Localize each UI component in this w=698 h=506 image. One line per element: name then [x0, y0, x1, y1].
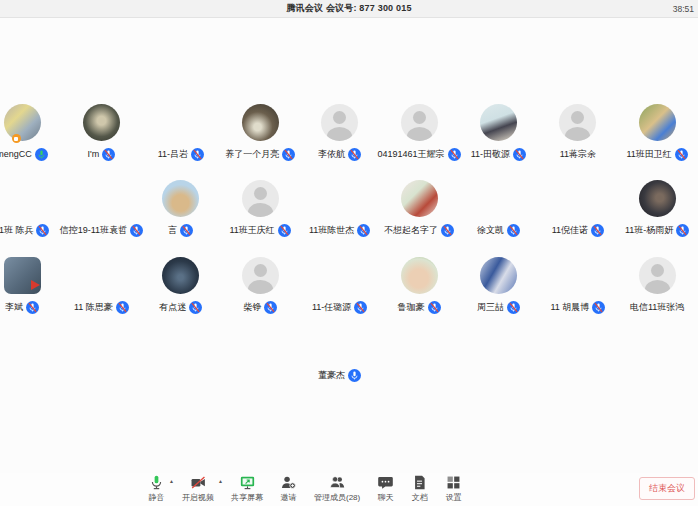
avatar — [480, 257, 517, 294]
participant-namebar: 11班陈世杰 — [309, 223, 370, 237]
grid-icon — [445, 474, 462, 491]
participant-namebar: 11 陈思豪 — [74, 300, 129, 314]
avatar — [639, 257, 676, 294]
caret-up-icon[interactable]: ▲ — [218, 479, 223, 484]
participant-tile[interactable]: 鲁珈豪 — [379, 257, 458, 314]
avatar — [162, 104, 199, 141]
muted-mic-icon — [507, 224, 520, 237]
participant-tile[interactable]: 信控19-11班袁哲 — [62, 180, 141, 237]
participant-namebar: 不想起名字了 — [384, 223, 454, 237]
muted-mic-icon — [513, 148, 526, 161]
chat-button[interactable]: 聊天 — [377, 474, 394, 503]
participant-tile[interactable]: 11班陈世杰 — [300, 180, 379, 237]
participant-tile[interactable]: 言 — [141, 180, 220, 237]
participant-tile[interactable]: 李斌 — [0, 257, 62, 314]
participant-tile[interactable]: 04191461王耀宗 — [379, 104, 458, 161]
participant-name: 鲁珈豪 — [398, 301, 425, 314]
avatar — [4, 104, 41, 141]
participant-tile[interactable]: 不想起名字了 — [379, 180, 458, 237]
participant-tile[interactable]: 11班王庆红 — [221, 180, 300, 237]
invite-button[interactable]: 邀请 — [280, 474, 297, 503]
participant-tile[interactable]: 11蒋宗余 — [538, 104, 617, 161]
share-screen-button[interactable]: 共享屏幕 — [231, 474, 263, 503]
people-icon — [329, 474, 346, 491]
avatar — [401, 180, 438, 217]
participant-namebar: 李依航 — [318, 147, 361, 161]
participant-name: 11班陈世杰 — [309, 224, 354, 237]
participant-tile[interactable]: 11-任璐源 — [300, 257, 379, 314]
members-button[interactable]: 管理成员(28) — [314, 474, 360, 503]
avatar — [480, 180, 517, 217]
toolbar-button-label: 聊天 — [378, 492, 394, 503]
participant-tile[interactable]: 柴铮 — [221, 257, 300, 314]
add-person-icon — [280, 474, 297, 491]
participant-namebar: 李斌 — [5, 300, 39, 314]
participant-name: 董豪杰 — [318, 369, 345, 382]
avatar — [162, 257, 199, 294]
participant-namebar: 04191461王耀宗 — [377, 147, 460, 161]
participant-tile[interactable]: 11班田卫红 — [618, 104, 697, 161]
participant-tile[interactable]: 养了一个月亮 — [221, 104, 300, 161]
participant-tile[interactable]: 11 陈思豪 — [62, 257, 141, 314]
participant-tile[interactable]: 李依航 — [300, 104, 379, 161]
muted-mic-icon — [348, 148, 361, 161]
participant-tile[interactable]: mengCC — [0, 104, 62, 161]
muted-mic-icon — [278, 224, 291, 237]
participant-name: 11倪佳诺 — [552, 224, 588, 237]
participant-name: 11蒋宗余 — [560, 148, 596, 161]
participant-namebar: 11-田敬源 — [471, 147, 526, 161]
participant-name: 言 — [168, 224, 177, 237]
toolbar-button-label: 邀请 — [281, 492, 297, 503]
avatar — [4, 257, 41, 294]
avatar — [559, 104, 596, 141]
participant-namebar: 11班王庆红 — [230, 223, 291, 237]
camera-button[interactable]: ▲开启视频 — [182, 474, 214, 503]
status-badge — [12, 134, 21, 143]
participant-tile[interactable]: 11-吕岩 — [141, 104, 220, 161]
muted-mic-icon — [264, 301, 277, 314]
participant-namebar: 11 胡晨博 — [550, 300, 605, 314]
participant-namebar: 11-任璐源 — [312, 300, 367, 314]
muted-mic-icon — [26, 301, 39, 314]
participant-tile[interactable]: 董豪杰 — [300, 325, 379, 382]
participant-tile[interactable]: 11班-杨雨妍 — [618, 180, 697, 237]
muted-mic-icon — [116, 301, 129, 314]
avatar — [321, 104, 358, 141]
participant-namebar: 信控19-11班袁哲 — [60, 223, 143, 237]
participant-tile[interactable]: 电信11班张鸿 — [618, 257, 697, 314]
avatar — [83, 180, 120, 217]
participant-namebar: 11-吕岩 — [158, 147, 204, 161]
participant-namebar: 董豪杰 — [318, 368, 361, 382]
participant-tile[interactable]: 11倪佳诺 — [538, 180, 617, 237]
muted-mic-icon — [36, 224, 49, 237]
flag-decoration — [31, 280, 40, 290]
participant-name: 11-吕岩 — [158, 148, 188, 161]
participant-tile[interactable]: 徐文凯 — [459, 180, 538, 237]
participant-tile[interactable]: 有点迷 — [141, 257, 220, 314]
participant-namebar: 11班田卫红 — [627, 147, 688, 161]
participant-namebar: 11倪佳诺 — [552, 223, 604, 237]
participant-tile[interactable]: 11 胡晨博 — [538, 257, 617, 314]
participant-row: 李斌 11 陈思豪 有点迷 柴铮 11-任璐源 鲁珈豪 周三喆 — [0, 257, 697, 317]
participant-tile[interactable]: I'm — [62, 104, 141, 161]
participant-tile[interactable]: 11班 陈兵 — [0, 180, 62, 237]
caret-up-icon[interactable]: ▲ — [169, 479, 174, 484]
mic-icon — [348, 369, 361, 382]
participant-tile[interactable]: 11-田敬源 — [459, 104, 538, 161]
mic-icon — [35, 148, 48, 161]
participant-name: 11班 陈兵 — [0, 224, 33, 237]
avatar — [559, 257, 596, 294]
mute-button[interactable]: ▲静音 — [148, 474, 165, 503]
participant-namebar: mengCC — [0, 147, 48, 161]
participant-tile[interactable]: 周三喆 — [459, 257, 538, 314]
avatar — [480, 104, 517, 141]
avatar — [321, 325, 358, 362]
docs-button[interactable]: 文档 — [411, 474, 428, 503]
toolbar-button-label: 文档 — [412, 492, 428, 503]
end-meeting-button[interactable]: 结束会议 — [639, 477, 695, 500]
settings-button[interactable]: 设置 — [445, 474, 462, 503]
participant-row: 11班 陈兵 信控19-11班袁哲 言 11班王庆红 11班陈世杰 不想起名字了 — [0, 180, 697, 240]
avatar — [83, 104, 120, 141]
participant-name: 11班-杨雨妍 — [625, 224, 673, 237]
participant-namebar: 柴铮 — [243, 300, 277, 314]
